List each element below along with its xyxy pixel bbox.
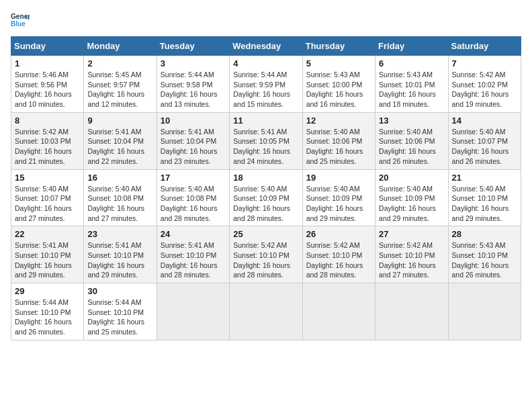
- calendar-cell: 27Sunrise: 5:42 AMSunset: 10:10 PMDaylig…: [375, 226, 448, 283]
- day-detail: Sunrise: 5:40 AMSunset: 10:07 PMDaylight…: [452, 127, 517, 167]
- calendar-cell: [302, 283, 375, 340]
- day-number: 8: [15, 116, 80, 126]
- day-number: 24: [161, 229, 226, 239]
- day-detail: Sunrise: 5:43 AMSunset: 10:01 PMDaylight…: [379, 70, 444, 109]
- day-number: 16: [87, 173, 152, 183]
- calendar-cell: 14Sunrise: 5:40 AMSunset: 10:07 PMDaylig…: [448, 112, 521, 169]
- header-friday: Friday: [375, 37, 448, 56]
- day-detail: Sunrise: 5:42 AMSunset: 10:02 PMDaylight…: [452, 70, 517, 109]
- day-detail: Sunrise: 5:40 AMSunset: 10:06 PMDaylight…: [379, 127, 444, 167]
- day-detail: Sunrise: 5:42 AMSunset: 10:10 PMDaylight…: [379, 240, 444, 280]
- calendar-cell: 7Sunrise: 5:42 AMSunset: 10:02 PMDayligh…: [448, 56, 521, 113]
- day-number: 30: [87, 286, 152, 296]
- day-detail: Sunrise: 5:42 AMSunset: 10:03 PMDaylight…: [15, 127, 80, 167]
- calendar-cell: 21Sunrise: 5:40 AMSunset: 10:10 PMDaylig…: [448, 169, 521, 226]
- day-detail: Sunrise: 5:43 AMSunset: 10:00 PMDaylight…: [306, 70, 371, 109]
- day-detail: Sunrise: 5:42 AMSunset: 10:10 PMDaylight…: [233, 240, 298, 280]
- calendar-cell: 1Sunrise: 5:46 AMSunset: 9:56 PMDaylight…: [11, 56, 84, 113]
- day-detail: Sunrise: 5:44 AMSunset: 9:59 PMDaylight:…: [233, 70, 298, 109]
- day-detail: Sunrise: 5:41 AMSunset: 10:05 PMDaylight…: [233, 127, 298, 167]
- calendar-cell: 18Sunrise: 5:40 AMSunset: 10:09 PMDaylig…: [230, 169, 302, 226]
- calendar-cell: 2Sunrise: 5:45 AMSunset: 9:57 PMDaylight…: [84, 56, 157, 113]
- day-detail: Sunrise: 5:40 AMSunset: 10:10 PMDaylight…: [452, 184, 517, 224]
- header-saturday: Saturday: [448, 37, 521, 56]
- day-number: 4: [233, 58, 298, 68]
- calendar-cell: 9Sunrise: 5:41 AMSunset: 10:04 PMDayligh…: [84, 112, 157, 169]
- calendar-cell: [448, 283, 521, 340]
- calendar-cell: 11Sunrise: 5:41 AMSunset: 10:05 PMDaylig…: [230, 112, 302, 169]
- day-number: 7: [452, 58, 517, 68]
- calendar-cell: [230, 283, 302, 340]
- day-number: 9: [87, 116, 152, 126]
- calendar-cell: 5Sunrise: 5:43 AMSunset: 10:00 PMDayligh…: [302, 56, 375, 113]
- calendar-header-row: SundayMondayTuesdayWednesdayThursdayFrid…: [11, 37, 521, 56]
- day-number: 10: [161, 116, 226, 126]
- day-number: 15: [15, 173, 80, 183]
- calendar-cell: 15Sunrise: 5:40 AMSunset: 10:07 PMDaylig…: [11, 169, 84, 226]
- calendar-week-row: 22Sunrise: 5:41 AMSunset: 10:10 PMDaylig…: [11, 226, 521, 283]
- header-tuesday: Tuesday: [157, 37, 229, 56]
- calendar-week-row: 8Sunrise: 5:42 AMSunset: 10:03 PMDayligh…: [11, 112, 521, 169]
- header-monday: Monday: [84, 37, 157, 56]
- day-number: 21: [452, 173, 517, 183]
- day-detail: Sunrise: 5:41 AMSunset: 10:04 PMDaylight…: [161, 127, 226, 167]
- calendar-cell: 12Sunrise: 5:40 AMSunset: 10:06 PMDaylig…: [302, 112, 375, 169]
- calendar-cell: 6Sunrise: 5:43 AMSunset: 10:01 PMDayligh…: [375, 56, 448, 113]
- calendar-week-row: 29Sunrise: 5:44 AMSunset: 10:10 PMDaylig…: [11, 283, 521, 340]
- calendar-cell: 28Sunrise: 5:43 AMSunset: 10:10 PMDaylig…: [448, 226, 521, 283]
- calendar-cell: 23Sunrise: 5:41 AMSunset: 10:10 PMDaylig…: [84, 226, 157, 283]
- day-number: 18: [233, 173, 298, 183]
- svg-text:Blue: Blue: [11, 20, 26, 28]
- day-number: 27: [379, 229, 444, 239]
- calendar-table: SundayMondayTuesdayWednesdayThursdayFrid…: [11, 36, 521, 340]
- calendar-cell: 4Sunrise: 5:44 AMSunset: 9:59 PMDaylight…: [230, 56, 302, 113]
- calendar-cell: 29Sunrise: 5:44 AMSunset: 10:10 PMDaylig…: [11, 283, 84, 340]
- calendar-cell: 25Sunrise: 5:42 AMSunset: 10:10 PMDaylig…: [230, 226, 302, 283]
- calendar-cell: 30Sunrise: 5:44 AMSunset: 10:10 PMDaylig…: [84, 283, 157, 340]
- day-detail: Sunrise: 5:41 AMSunset: 10:10 PMDaylight…: [15, 240, 80, 280]
- day-number: 28: [452, 229, 517, 239]
- day-detail: Sunrise: 5:41 AMSunset: 10:10 PMDaylight…: [161, 240, 226, 280]
- calendar-cell: 24Sunrise: 5:41 AMSunset: 10:10 PMDaylig…: [157, 226, 229, 283]
- calendar-cell: 16Sunrise: 5:40 AMSunset: 10:08 PMDaylig…: [84, 169, 157, 226]
- day-number: 23: [87, 229, 152, 239]
- calendar-cell: 26Sunrise: 5:42 AMSunset: 10:10 PMDaylig…: [302, 226, 375, 283]
- calendar-cell: 19Sunrise: 5:40 AMSunset: 10:09 PMDaylig…: [302, 169, 375, 226]
- day-detail: Sunrise: 5:40 AMSunset: 10:09 PMDaylight…: [379, 184, 444, 224]
- logo-icon: General Blue: [11, 11, 30, 30]
- day-number: 17: [161, 173, 226, 183]
- day-detail: Sunrise: 5:46 AMSunset: 9:56 PMDaylight:…: [15, 70, 80, 109]
- day-number: 2: [87, 58, 152, 68]
- header-sunday: Sunday: [11, 37, 84, 56]
- calendar-cell: [157, 283, 229, 340]
- day-number: 11: [233, 116, 298, 126]
- day-detail: Sunrise: 5:40 AMSunset: 10:09 PMDaylight…: [233, 184, 298, 224]
- calendar-cell: 10Sunrise: 5:41 AMSunset: 10:04 PMDaylig…: [157, 112, 229, 169]
- day-number: 13: [379, 116, 444, 126]
- calendar-week-row: 15Sunrise: 5:40 AMSunset: 10:07 PMDaylig…: [11, 169, 521, 226]
- day-number: 1: [15, 58, 80, 68]
- day-detail: Sunrise: 5:42 AMSunset: 10:10 PMDaylight…: [306, 240, 371, 280]
- header-thursday: Thursday: [302, 37, 375, 56]
- day-number: 19: [306, 173, 371, 183]
- day-detail: Sunrise: 5:40 AMSunset: 10:08 PMDaylight…: [161, 184, 226, 224]
- day-detail: Sunrise: 5:40 AMSunset: 10:06 PMDaylight…: [306, 127, 371, 167]
- day-detail: Sunrise: 5:40 AMSunset: 10:08 PMDaylight…: [87, 184, 152, 224]
- day-detail: Sunrise: 5:41 AMSunset: 10:04 PMDaylight…: [87, 127, 152, 167]
- day-number: 12: [306, 116, 371, 126]
- calendar-cell: 20Sunrise: 5:40 AMSunset: 10:09 PMDaylig…: [375, 169, 448, 226]
- day-number: 26: [306, 229, 371, 239]
- page-header: General Blue: [11, 11, 521, 30]
- day-number: 22: [15, 229, 80, 239]
- header-wednesday: Wednesday: [230, 37, 302, 56]
- day-number: 3: [161, 58, 226, 68]
- calendar-cell: 22Sunrise: 5:41 AMSunset: 10:10 PMDaylig…: [11, 226, 84, 283]
- day-detail: Sunrise: 5:45 AMSunset: 9:57 PMDaylight:…: [87, 70, 152, 109]
- calendar-week-row: 1Sunrise: 5:46 AMSunset: 9:56 PMDaylight…: [11, 56, 521, 113]
- calendar-cell: 8Sunrise: 5:42 AMSunset: 10:03 PMDayligh…: [11, 112, 84, 169]
- day-detail: Sunrise: 5:44 AMSunset: 9:58 PMDaylight:…: [161, 70, 226, 109]
- day-number: 25: [233, 229, 298, 239]
- calendar-cell: [375, 283, 448, 340]
- logo: General Blue: [11, 11, 34, 30]
- day-number: 6: [379, 58, 444, 68]
